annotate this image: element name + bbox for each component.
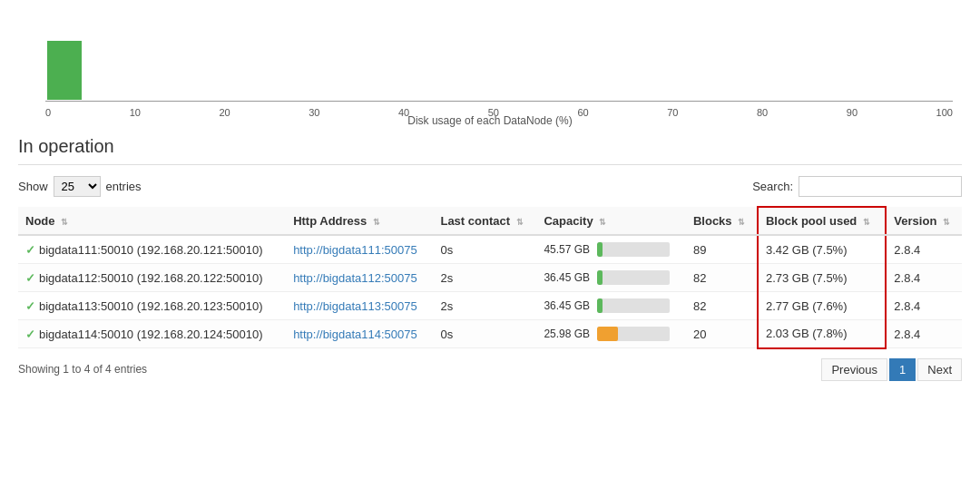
cell-http: http://bigdata113:50075 [286, 292, 433, 320]
sort-node-icon: ⇅ [61, 218, 68, 227]
col-header-blocks[interactable]: Blocks ⇅ [686, 207, 758, 235]
capacity-bar-bg [597, 270, 670, 285]
col-header-block-pool[interactable]: Block pool used ⇅ [758, 207, 886, 235]
search-input[interactable] [799, 176, 962, 197]
col-header-version[interactable]: Version ⇅ [886, 207, 962, 235]
http-link[interactable]: http://bigdata114:50075 [293, 328, 417, 341]
check-icon: ✓ [25, 243, 35, 257]
cell-http: http://bigdata114:50075 [286, 320, 433, 348]
table-header-row: Node ⇅ Http Address ⇅ Last contact ⇅ Cap… [18, 207, 962, 235]
http-link[interactable]: http://bigdata112:50075 [293, 271, 417, 285]
capacity-text: 36.45 GB [544, 299, 590, 312]
capacity-bar-bg [597, 327, 670, 341]
cell-block-pool: 2.77 GB (7.6%) [758, 292, 886, 320]
cell-capacity: 45.57 GB [536, 235, 686, 264]
capacity-bar-bg [597, 242, 670, 257]
sort-blockpool-icon: ⇅ [863, 218, 870, 227]
chart-x-label: Disk usage of each DataNode (%) [18, 114, 962, 127]
check-icon: ✓ [25, 299, 35, 313]
capacity-text: 45.57 GB [544, 243, 590, 256]
chart-bar-label: 4 [62, 24, 67, 35]
showing-text: Showing 1 to 4 of 4 entries [18, 363, 147, 376]
cell-blocks: 82 [686, 264, 758, 292]
search-row: Search: [752, 176, 962, 197]
col-header-last-contact[interactable]: Last contact ⇅ [433, 207, 536, 235]
cell-last-contact: 2s [433, 292, 536, 320]
cell-version: 2.8.4 [886, 320, 962, 348]
next-button[interactable]: Next [917, 358, 962, 381]
check-icon: ✓ [25, 271, 35, 285]
x-axis [45, 101, 953, 102]
node-label: bigdata113:50010 (192.168.20.123:50010) [39, 299, 263, 313]
col-header-http[interactable]: Http Address ⇅ [286, 207, 433, 235]
node-label: bigdata112:50010 (192.168.20.122:50010) [39, 271, 263, 285]
sort-contact-icon: ⇅ [516, 218, 524, 227]
cell-last-contact: 2s [433, 264, 536, 292]
col-header-node[interactable]: Node ⇅ [18, 207, 286, 235]
cell-last-contact: 0s [433, 320, 536, 348]
table-row: ✓bigdata113:50010 (192.168.20.123:50010)… [18, 292, 962, 320]
cell-http: http://bigdata112:50075 [286, 264, 433, 292]
cell-block-pool: 2.73 GB (7.5%) [758, 264, 886, 292]
cell-node: ✓bigdata114:50010 (192.168.20.124:50010) [18, 320, 286, 348]
cell-node: ✓bigdata113:50010 (192.168.20.123:50010) [18, 292, 286, 320]
table-row: ✓bigdata114:50010 (192.168.20.124:50010)… [18, 320, 962, 348]
cell-blocks: 89 [686, 235, 758, 264]
capacity-bar-fill [597, 298, 603, 313]
section-title: In operation [18, 136, 962, 165]
cell-capacity: 25.98 GB [536, 320, 686, 348]
http-link[interactable]: http://bigdata113:50075 [293, 299, 417, 313]
cell-node: ✓bigdata112:50010 (192.168.20.122:50010) [18, 264, 286, 292]
cell-blocks: 20 [686, 320, 758, 348]
table-row: ✓bigdata111:50010 (192.168.20.121:50010)… [18, 235, 962, 264]
show-label: Show [18, 180, 48, 193]
footer-row: Showing 1 to 4 of 4 entries Previous 1 N… [18, 358, 962, 381]
capacity-bar-fill [597, 270, 603, 285]
cell-last-contact: 0s [433, 235, 536, 264]
cell-block-pool: 3.42 GB (7.5%) [758, 235, 886, 264]
capacity-text: 25.98 GB [544, 328, 590, 340]
prev-button[interactable]: Previous [821, 358, 887, 381]
sort-version-icon: ⇅ [943, 218, 950, 227]
chart-bar-container: 4 [45, 18, 953, 100]
sort-http-icon: ⇅ [373, 218, 380, 227]
show-entries-control: Show 25 10 50 100 entries [18, 176, 142, 197]
entries-select[interactable]: 25 10 50 100 [54, 176, 101, 197]
table-row: ✓bigdata112:50010 (192.168.20.122:50010)… [18, 264, 962, 292]
search-label: Search: [752, 180, 793, 193]
cell-node: ✓bigdata111:50010 (192.168.20.121:50010) [18, 235, 286, 264]
cell-http: http://bigdata111:50075 [286, 235, 433, 264]
chart-bar: 4 [47, 41, 82, 100]
sort-blocks-icon: ⇅ [738, 218, 745, 227]
node-label: bigdata111:50010 (192.168.20.121:50010) [39, 243, 263, 257]
cell-version: 2.8.4 [886, 264, 962, 292]
check-icon: ✓ [25, 328, 35, 341]
disk-usage-chart: 4 0 10 20 30 40 50 60 70 80 90 100 Disk … [18, 9, 962, 127]
cell-version: 2.8.4 [886, 292, 962, 320]
pagination: Previous 1 Next [821, 358, 962, 381]
capacity-bar-fill [597, 242, 603, 257]
sort-capacity-icon: ⇅ [599, 218, 606, 227]
controls-row: Show 25 10 50 100 entries Search: [18, 176, 962, 197]
cell-capacity: 36.45 GB [536, 292, 686, 320]
capacity-text: 36.45 GB [544, 271, 590, 284]
http-link[interactable]: http://bigdata111:50075 [293, 243, 417, 257]
cell-blocks: 82 [686, 292, 758, 320]
capacity-bar-bg [597, 298, 670, 313]
cell-version: 2.8.4 [886, 235, 962, 264]
col-header-capacity[interactable]: Capacity ⇅ [536, 207, 686, 235]
cell-capacity: 36.45 GB [536, 264, 686, 292]
page-1-button[interactable]: 1 [889, 358, 916, 381]
node-label: bigdata114:50010 (192.168.20.124:50010) [39, 328, 263, 341]
cell-block-pool: 2.03 GB (7.8%) [758, 320, 886, 348]
entries-label: entries [106, 180, 142, 193]
datanode-table: Node ⇅ Http Address ⇅ Last contact ⇅ Cap… [18, 206, 962, 349]
capacity-bar-fill [597, 327, 617, 341]
